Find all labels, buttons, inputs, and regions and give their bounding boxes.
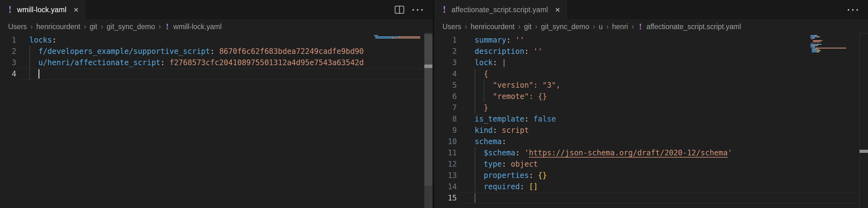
editor-left[interactable]: 1locks:2 f/developers_example/supportive… bbox=[0, 33, 433, 208]
minimap-line bbox=[374, 36, 424, 37]
editor-group-right: ! affectionate_script.script.yaml ✕ User… bbox=[434, 0, 868, 208]
line-number: 2 bbox=[434, 46, 457, 57]
code-token: : bbox=[524, 47, 533, 56]
line-number: 11 bbox=[434, 147, 457, 158]
code-line: { bbox=[475, 68, 809, 80]
code-token: : bbox=[502, 137, 506, 146]
tab-wmill-lock[interactable]: ! wmill-lock.yaml ✕ bbox=[0, 0, 85, 20]
minimap-line bbox=[810, 46, 856, 47]
more-actions-icon[interactable] bbox=[848, 9, 858, 11]
code-token: : bbox=[529, 171, 538, 180]
minimap-line bbox=[810, 53, 856, 54]
breadcrumb-item[interactable]: henri bbox=[612, 23, 628, 31]
breadcrumb-item[interactable]: henricourdent bbox=[36, 23, 80, 31]
tab-label: affectionate_script.script.yaml bbox=[452, 6, 548, 14]
minimap-line bbox=[810, 45, 856, 46]
vscode-editor-window: ! wmill-lock.yaml ✕ Users›henricourdent›… bbox=[0, 0, 868, 208]
breadcrumb-item[interactable]: Users bbox=[442, 23, 461, 31]
minimap-line bbox=[810, 36, 856, 37]
breadcrumb-item[interactable]: u bbox=[599, 23, 603, 31]
code-token: } bbox=[484, 103, 488, 112]
code-token: : bbox=[52, 36, 56, 45]
code-line: u/henri/affectionate_script: f2768573cfc… bbox=[29, 57, 373, 68]
line-number: 1 bbox=[434, 34, 457, 46]
code-token: false bbox=[533, 115, 556, 124]
code-token: summary bbox=[475, 36, 506, 45]
overview-ruler-cursor-decoration bbox=[860, 150, 868, 153]
code-token: [] bbox=[529, 182, 538, 191]
code-token: {} bbox=[538, 171, 547, 180]
breadcrumb-file[interactable]: wmill-lock.yaml bbox=[173, 23, 222, 31]
editor-right[interactable]: 1summary: ''2description: ''3lock: |4 {5… bbox=[434, 33, 868, 208]
code-token: kind bbox=[475, 126, 493, 135]
code-token bbox=[29, 47, 38, 56]
minimap-line bbox=[374, 37, 424, 38]
breadcrumb-item[interactable]: Users bbox=[8, 23, 27, 31]
minimap-line bbox=[810, 49, 856, 50]
breadcrumb-item[interactable]: henricourdent bbox=[471, 23, 515, 31]
breadcrumb-item[interactable]: git bbox=[90, 23, 97, 31]
yaml-file-icon: ! bbox=[442, 6, 446, 14]
line-number: 3 bbox=[434, 57, 457, 68]
close-icon[interactable]: ✕ bbox=[73, 6, 79, 13]
vertical-scrollbar[interactable] bbox=[859, 33, 868, 208]
code-line: is_template: false bbox=[475, 113, 809, 125]
scrollbar-slider[interactable] bbox=[424, 34, 432, 186]
code-token: 8670f6c62f683bdea72249cadfe9bd90 bbox=[219, 47, 364, 56]
code-token: f/developers_example/supportive_script bbox=[38, 47, 210, 56]
tab-bar-left: ! wmill-lock.yaml ✕ bbox=[0, 0, 433, 20]
line-number: 10 bbox=[434, 136, 457, 147]
code-token: "remote": {} bbox=[493, 92, 547, 101]
minimap-line bbox=[810, 50, 856, 51]
minimap-line bbox=[374, 39, 424, 40]
line-number: 9 bbox=[434, 125, 457, 136]
code-token: u/henri/affectionate_script bbox=[38, 58, 160, 67]
code-token: { bbox=[484, 70, 488, 78]
code-token: : bbox=[160, 58, 169, 67]
code-token bbox=[475, 182, 484, 191]
editor-group-left: ! wmill-lock.yaml ✕ Users›henricourdent›… bbox=[0, 0, 433, 208]
tab-affectionate-script[interactable]: ! affectionate_script.script.yaml ✕ bbox=[434, 0, 567, 20]
breadcrumb-file[interactable]: affectionate_script.script.yaml bbox=[646, 23, 741, 31]
breadcrumb-separator-icon: › bbox=[155, 22, 164, 31]
breadcrumb-item[interactable]: git bbox=[524, 23, 532, 31]
breadcrumb-item[interactable]: git_sync_demo bbox=[541, 23, 589, 31]
code-token: : bbox=[493, 126, 502, 135]
minimap-line bbox=[810, 51, 856, 52]
code-token: ' bbox=[727, 149, 732, 157]
code-token bbox=[475, 160, 484, 168]
line-number: 13 bbox=[434, 170, 457, 181]
close-icon[interactable]: ✕ bbox=[555, 6, 561, 13]
line-number: 3 bbox=[0, 57, 16, 68]
code-token: lock bbox=[475, 58, 493, 67]
code-line: properties: {} bbox=[475, 170, 809, 181]
code-token: : bbox=[524, 115, 533, 124]
overview-ruler-cursor-decoration bbox=[424, 64, 432, 68]
code-line: f/developers_example/supportive_script: … bbox=[29, 46, 373, 57]
code-line: lock: | bbox=[475, 57, 809, 68]
more-actions-icon[interactable] bbox=[412, 9, 423, 11]
line-number: 14 bbox=[434, 181, 457, 192]
breadcrumb-left[interactable]: Users›henricourdent›git›git_sync_demo›!w… bbox=[0, 20, 433, 33]
code-token: : bbox=[515, 149, 524, 157]
code-token: : bbox=[210, 47, 219, 56]
yaml-file-icon: ! bbox=[8, 6, 12, 14]
code-token: properties bbox=[484, 171, 529, 180]
code-line: $schema: 'https://json-schema.org/draft/… bbox=[475, 147, 809, 158]
text-cursor bbox=[38, 69, 39, 79]
minimap-line bbox=[810, 48, 856, 49]
code-token: is_template bbox=[475, 115, 524, 124]
breadcrumb-item[interactable]: git_sync_demo bbox=[106, 23, 155, 31]
vertical-scrollbar[interactable] bbox=[424, 33, 432, 208]
code-token bbox=[475, 171, 484, 180]
code-token: https://json-schema.org/draft/2020-12/sc… bbox=[529, 149, 727, 157]
minimap-line bbox=[374, 35, 424, 36]
code-token: '' bbox=[515, 36, 524, 45]
breadcrumb-separator-icon: › bbox=[603, 22, 612, 31]
breadcrumb-right[interactable]: Users›henricourdent›git›git_sync_demo›u›… bbox=[434, 20, 868, 33]
code-token: locks bbox=[29, 36, 52, 45]
breadcrumb-separator-icon: › bbox=[515, 22, 524, 31]
minimap-line bbox=[810, 43, 856, 44]
yaml-file-icon: ! bbox=[639, 22, 642, 31]
split-editor-icon[interactable] bbox=[395, 6, 404, 14]
